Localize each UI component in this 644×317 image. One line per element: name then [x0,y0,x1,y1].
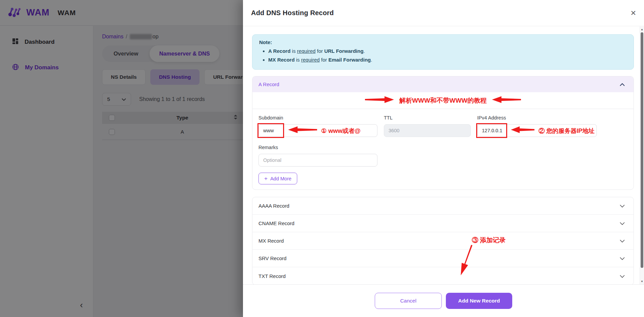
add-record-annotation: ③ 添加记录 [472,236,505,245]
remarks-field: Remarks [258,144,377,167]
scrollbar-down-arrow-icon[interactable]: ▼ [640,280,644,283]
srv-record-accordion[interactable]: SRV Record [252,250,634,267]
chevron-down-icon [620,220,625,226]
aaaa-record-accordion[interactable]: AAAA Record [252,197,634,215]
modal-title: Add DNS Hosting Record [251,9,334,17]
close-icon[interactable]: ✕ [630,9,636,16]
ipv4-label: IPv4 Address [477,115,597,121]
cancel-button[interactable]: Cancel [375,293,442,309]
chevron-down-icon [620,203,625,209]
note-box: Note: A Record is required for URL Forwa… [252,34,634,70]
note-item-a-record: A Record is required for URL Forwarding. [268,47,627,56]
scrollbar-thumb[interactable] [641,32,643,268]
modal-body: Note: A Record is required for URL Forwa… [243,27,644,284]
add-dns-record-modal: Add DNS Hosting Record ✕ Note: A Record … [243,0,644,317]
modal-scrollbar[interactable]: ▲ ▼ [640,27,644,284]
scrollbar-up-arrow-icon[interactable]: ▲ [640,28,644,31]
note-label: Note: [259,39,627,45]
note-list: A Record is required for URL Forwarding.… [268,47,627,64]
subdomain-label: Subdomain [258,115,377,121]
tutorial-annotation-row: 解析WWW和不带WWW的教程 [252,92,634,109]
red-arrow-left-icon [288,126,317,135]
remarks-label: Remarks [258,144,377,150]
add-more-button[interactable]: + Add More [258,173,297,184]
modal-footer: Cancel Add New Record [243,284,644,317]
a-record-accordion-header[interactable]: A Record [252,76,634,92]
modal-header: Add DNS Hosting Record ✕ [243,0,644,26]
plus-icon: + [264,176,268,181]
ipv4-annotation: ② 您的服务器IP地址 [511,126,594,135]
a-record-title: A Record [258,81,279,87]
cname-record-accordion[interactable]: CNAME Record [252,215,634,232]
chevron-down-icon [620,273,625,279]
tutorial-annotation-text: 解析WWW和不带WWW的教程 [399,96,487,105]
red-arrow-left-icon [511,126,534,135]
subdomain-annotation: ① www或者@ [288,126,361,135]
a-record-section: A Record 解析WWW和不带WWW的教程 [252,76,634,190]
remarks-input[interactable] [258,154,377,167]
chevron-down-icon [620,238,625,244]
mx-record-accordion[interactable]: MX Record [252,232,634,250]
a-record-form: Subdomain ① www或者@ [252,109,634,189]
ttl-input [384,124,471,137]
red-arrow-left-icon [492,96,521,105]
add-new-record-button[interactable]: Add New Record [446,293,512,309]
record-accordions: AAAA Record CNAME Record MX Record SRV R… [252,197,634,284]
note-item-mx-record: MX Record is required for Email Forwardi… [268,56,627,64]
chevron-up-icon [620,81,625,87]
ttl-label: TTL [384,115,471,121]
ipv4-field: IPv4 Address ② 您的服务器IP地址 [477,115,597,137]
ttl-field: TTL [384,115,471,137]
subdomain-field: Subdomain ① www或者@ [258,115,377,137]
txt-record-accordion[interactable]: TXT Record [252,267,634,284]
chevron-down-icon [620,255,625,261]
red-arrow-right-icon [365,96,394,105]
page: WAM WAM Dashboard [0,0,644,317]
